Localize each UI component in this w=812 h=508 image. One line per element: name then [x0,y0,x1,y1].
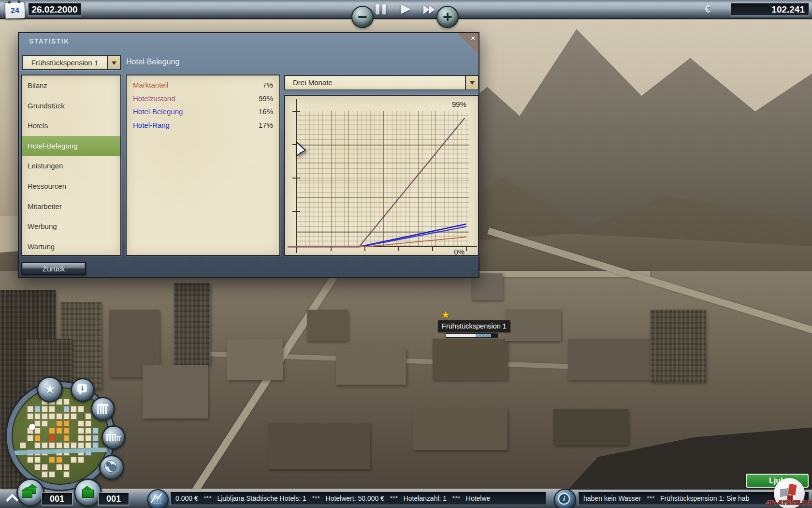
minimap-tile [63,464,70,470]
counter-field-1: 001 [42,493,72,505]
statistics-ticker-button[interactable] [147,489,169,508]
info-messages-button[interactable] [71,378,95,402]
minimap-tile [56,464,62,470]
minimap-tile [71,457,77,463]
minimap-tile [92,428,99,434]
globe-icon [104,460,117,473]
sidebar-item-wartung[interactable]: Wartung [22,237,120,257]
star-icon: ★ [44,382,56,396]
minimap-tile [71,413,77,419]
stat-row-hotel-rang: Hotel-Rang 17% [127,119,279,132]
favorites-button[interactable]: ★ [37,376,63,403]
minimap-tile [85,420,91,427]
minimap-tile [92,435,99,441]
pause-button[interactable] [376,4,386,15]
stat-value: 7% [262,81,273,89]
city-building [650,310,706,382]
stat-value: 17% [259,121,273,129]
occupancy-chart: 99% 0% [284,95,479,256]
city-building [227,339,283,380]
house-icon [22,491,32,498]
city-building [143,365,208,418]
sidebar-item-mitarbeiter[interactable]: Mitarbeiter [22,196,120,217]
minimap-tile [78,420,84,427]
line-chart-icon [148,490,166,508]
info-button[interactable] [554,489,576,508]
minimap-tile [63,471,70,478]
sidebar-item-grundstueck[interactable]: Grundstück [22,96,120,116]
house-icon [82,490,94,498]
minimap-tile [20,442,26,448]
chevron-down-icon[interactable] [465,76,478,90]
hotel-tooltip: Frühstückspension 1 [438,320,510,332]
minimap-tile [42,442,48,448]
zoom-out-button[interactable] [351,6,374,28]
calendar-icon: 24 [4,1,25,19]
minimap-tile [85,413,91,419]
minimap-tile [63,442,70,448]
minimap-tile [42,406,48,412]
sidebar-item-bilanz[interactable]: Bilanz [22,75,120,96]
minus-icon [358,16,367,18]
period-selector[interactable]: Drei Monate [284,75,479,90]
stat-row-hotelzustand: Hotelzustand 99% [127,92,279,105]
sidebar-item-werbung[interactable]: Werbung [22,216,120,237]
stats-values-panel: Marktanteil 7% Hotelzustand 99% Hotel-Be… [126,75,280,256]
close-button[interactable]: × [457,33,478,54]
minimap-tile [49,471,55,478]
sidebar-item-hotel-belegung[interactable]: Hotel-Belegung [22,136,120,156]
progress-segment-partial [476,334,491,337]
top-bar: 24 26.02.2000 € 102.241 [0,0,812,19]
stat-row-hotel-belegung: Hotel-Belegung 16% [127,105,279,119]
fence-button[interactable] [102,425,126,449]
hotel-selector-value: Frühstückspension 1 [23,56,107,69]
sidebar-item-hotels[interactable]: Hotels [22,116,120,136]
residential-multi-button[interactable] [16,478,44,507]
chevron-down-icon[interactable] [107,56,120,69]
public-buildings-button[interactable] [91,397,115,421]
city-building [505,310,561,341]
news-ticker-right: haben kein Wasser *** Frühstückspension … [578,492,809,505]
stat-label: Hotel-Belegung [133,107,183,116]
minimap-tile [34,457,41,463]
minimap-tile [49,428,55,434]
statistik-window: STATISTIK × Frühstückspension 1 Hotel-Be… [18,32,479,278]
sidebar-item-ressourcen[interactable]: Ressourcen [22,176,120,196]
fast-forward-button[interactable] [423,5,434,14]
progress-segment-occupied [446,334,476,337]
minimap-tile [34,464,41,470]
play-button[interactable] [401,4,411,14]
fence-icon-small [115,436,121,441]
zoom-in-button[interactable] [436,6,459,28]
minimap-tile [71,406,77,412]
calendar-number: 24 [11,6,19,15]
minimap-tile [34,406,41,412]
location-button[interactable]: Ljub [746,474,809,488]
stat-label: Marktanteil [133,81,168,89]
minimap-tile [49,406,55,412]
minimap-tile [27,406,33,412]
minimap-tile [56,442,62,448]
minimap-tile [27,435,33,441]
minimap-tile [56,413,62,419]
sidebar-item-leistungen[interactable]: Leistungen [22,156,120,176]
minimap-tile [78,442,84,448]
world-button[interactable] [99,455,124,480]
city-building [268,423,370,469]
minimap-tile [34,413,41,419]
minimap-tile [42,413,48,419]
statistics-category-list: Bilanz Grundstück Hotels Hotel-Belegung … [21,75,121,256]
back-button[interactable]: Zurück [21,262,86,275]
stat-value: 99% [259,94,273,103]
minimap-tile [27,457,33,463]
minimap-tile [49,413,55,419]
minimap-tile [27,413,33,419]
minimap-tile [63,413,70,419]
window-subtitle: Hotel-Belegung [126,58,179,66]
hotel-selector[interactable]: Frühstückspension 1 [22,55,121,70]
hotel-progress-bar [446,333,498,338]
close-x-icon: × [471,34,475,42]
minimap-tile [63,428,70,434]
city-building [553,409,628,445]
city-building [433,339,508,380]
